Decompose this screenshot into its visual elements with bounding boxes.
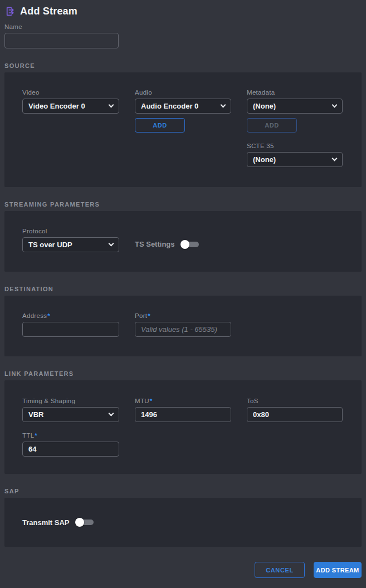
footer-actions: CANCEL ADD STREAM bbox=[0, 562, 362, 578]
add-metadata-button[interactable]: ADD bbox=[247, 118, 297, 133]
timing-shaping-select[interactable]: VBR bbox=[22, 407, 119, 422]
sap-panel: Transmit SAP bbox=[4, 498, 362, 547]
scte35-select[interactable]: (None) bbox=[247, 152, 343, 167]
required-asterisk: * bbox=[35, 432, 37, 439]
audio-label: Audio bbox=[135, 89, 231, 96]
ttl-input[interactable] bbox=[22, 442, 119, 457]
chevron-down-icon bbox=[332, 102, 338, 108]
streaming-parameters-panel: Protocol TS over UDP TS Settings bbox=[4, 211, 362, 272]
section-title-destination: DESTINATION bbox=[4, 286, 362, 292]
scte35-select-value: (None) bbox=[253, 155, 276, 164]
address-label: Address* bbox=[22, 312, 119, 319]
ts-settings-label: TS Settings bbox=[135, 240, 175, 248]
timing-shaping-label: Timing & Shaping bbox=[22, 398, 119, 404]
chevron-down-icon bbox=[109, 411, 114, 416]
transmit-sap-toggle[interactable] bbox=[75, 518, 94, 527]
section-title-sap: SAP bbox=[4, 488, 362, 494]
chevron-down-icon bbox=[109, 241, 114, 247]
stream-out-icon bbox=[4, 6, 16, 17]
ttl-label: TTL* bbox=[22, 432, 119, 439]
address-column: Address* bbox=[22, 312, 119, 337]
required-asterisk: * bbox=[148, 312, 150, 319]
timing-shaping-select-value: VBR bbox=[28, 410, 43, 419]
metadata-select-value: (None) bbox=[253, 102, 276, 110]
transmit-sap-label: Transmit SAP bbox=[22, 518, 70, 527]
metadata-select[interactable]: (None) bbox=[247, 99, 343, 114]
add-stream-button[interactable]: ADD STREAM bbox=[314, 562, 362, 578]
toggle-knob bbox=[180, 240, 189, 249]
chevron-down-icon bbox=[332, 156, 338, 161]
protocol-select[interactable]: TS over UDP bbox=[22, 237, 119, 252]
metadata-column: Metadata (None) ADD SCTE 35 (None) bbox=[247, 89, 343, 167]
timing-shaping-column: Timing & Shaping VBR bbox=[22, 398, 119, 422]
mtu-input[interactable] bbox=[135, 407, 231, 422]
cancel-button[interactable]: CANCEL bbox=[255, 562, 305, 578]
audio-select[interactable]: Audio Encoder 0 bbox=[135, 99, 231, 114]
audio-select-value: Audio Encoder 0 bbox=[141, 102, 198, 110]
add-audio-button[interactable]: ADD bbox=[135, 118, 185, 133]
destination-panel: Address* Port* bbox=[4, 296, 362, 356]
link-parameters-panel: Timing & Shaping VBR MTU* ToS TTL* bbox=[4, 380, 362, 474]
address-input[interactable] bbox=[22, 322, 119, 337]
tos-column: ToS bbox=[247, 398, 343, 422]
port-label: Port* bbox=[135, 312, 231, 319]
transmit-sap-row: Transmit SAP bbox=[22, 518, 94, 527]
mtu-label: MTU* bbox=[135, 398, 231, 404]
page-title: Add Stream bbox=[20, 6, 77, 17]
ts-settings-toggle[interactable] bbox=[180, 240, 199, 249]
tos-label: ToS bbox=[247, 398, 343, 404]
video-label: Video bbox=[22, 89, 119, 96]
video-select-value: Video Encoder 0 bbox=[28, 102, 85, 110]
section-title-link-parameters: LINK PARAMETERS bbox=[4, 370, 362, 377]
port-column: Port* bbox=[135, 312, 231, 337]
name-field-group: Name bbox=[4, 23, 362, 48]
video-column: Video Video Encoder 0 bbox=[22, 89, 119, 167]
name-input[interactable] bbox=[4, 33, 119, 48]
required-asterisk: * bbox=[150, 398, 153, 404]
metadata-label: Metadata bbox=[247, 89, 343, 96]
source-panel: Video Video Encoder 0 Audio Audio Encode… bbox=[4, 72, 362, 187]
chevron-down-icon bbox=[221, 102, 226, 108]
required-asterisk: * bbox=[47, 312, 50, 319]
protocol-column: Protocol TS over UDP bbox=[22, 228, 119, 252]
ttl-column: TTL* bbox=[22, 432, 119, 457]
chevron-down-icon bbox=[109, 102, 114, 108]
tos-input[interactable] bbox=[247, 407, 343, 422]
protocol-select-value: TS over UDP bbox=[28, 241, 72, 249]
name-label: Name bbox=[4, 23, 362, 30]
video-select[interactable]: Video Encoder 0 bbox=[22, 99, 119, 114]
protocol-label: Protocol bbox=[22, 228, 119, 234]
mtu-column: MTU* bbox=[135, 398, 231, 422]
audio-column: Audio Audio Encoder 0 ADD bbox=[135, 89, 231, 167]
scte35-label: SCTE 35 bbox=[247, 143, 343, 149]
ts-settings-column: TS Settings bbox=[135, 228, 231, 252]
port-input[interactable] bbox=[135, 322, 231, 337]
section-title-source: SOURCE bbox=[4, 62, 362, 69]
section-title-streaming-parameters: STREAMING PARAMETERS bbox=[4, 201, 362, 208]
page-header: Add Stream bbox=[0, 0, 366, 19]
toggle-knob bbox=[75, 518, 84, 527]
